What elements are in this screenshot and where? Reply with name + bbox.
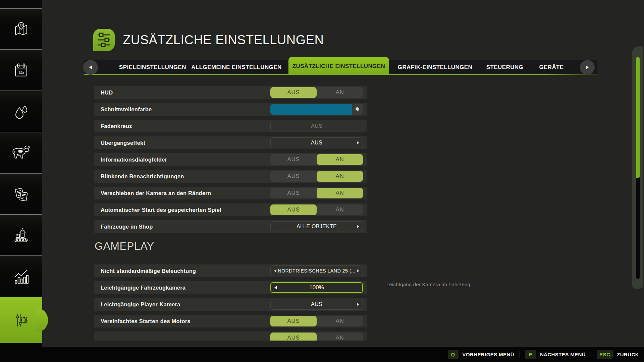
toggle-option-aus[interactable]: AUS [270,316,317,326]
setting-label: Fadenkreuz [101,120,132,132]
setting-label: Vereinfachtes Starten des Motors [101,315,191,327]
arrow-right-icon [586,65,589,69]
sidebar-item-map[interactable] [0,8,42,49]
key-hint-label: VORHERIGES MENÜ [463,352,514,357]
toggle-verschieben-der-kamera-an-den-rändern[interactable]: AUSAN [270,188,363,198]
toggle-option-aus[interactable]: AUS [270,204,317,215]
toggle-option-aus[interactable]: AUS [270,188,317,198]
prev-option-icon [274,269,276,273]
toggle-informationsdialogfelder[interactable]: AUSAN [270,154,363,165]
sidebar-item-weather[interactable] [0,90,42,132]
scrollbar [632,46,643,289]
setting-label: Leichtgängige Fahrzeugkamera [101,281,185,294]
sidebar-item-contracts[interactable] [0,173,42,214]
toggle-option-an[interactable]: AN [317,204,363,215]
key-hint-e[interactable]: ENÄCHSTES MENÜ [525,350,586,359]
setting-label: Übergangseffekt [101,136,145,149]
setting-row: Automatischer Start des gespeicherten Sp… [94,203,367,216]
sidebar-item-calendar[interactable]: 15 [0,49,42,90]
option-value: AUS [311,123,322,129]
footer-keybar: QVORHERIGES MENÜENÄCHSTES MENÜESCZURÜCK [0,347,644,362]
toggle-automatischer-start-des-gespeicherten-spiel[interactable]: AUSAN [270,204,363,215]
map-icon [12,20,30,38]
tab-grafik-einstellungen[interactable]: GRAFIK-EINSTELLUNGEN [398,60,472,75]
setting-label: Informationsdialogfelder [101,153,167,166]
finance-chart-icon [12,267,30,286]
paint-icon [355,106,361,112]
toggle-blinkende-benachrichtigungen[interactable]: AUSAN [270,171,363,182]
toggle-option-aus[interactable]: AUS [270,171,317,182]
slider-value: 100% [309,284,324,291]
sidebar-item-production[interactable] [0,214,42,255]
disabled-option-button: AUS [270,121,363,131]
setting-row: Fahrzeuge im ShopALLE OBJEKTE [94,220,367,233]
interface-color-swatch[interactable] [270,104,352,115]
next-option-icon [357,141,359,144]
svg-text:15: 15 [18,69,24,75]
color-picker-button[interactable] [352,104,363,115]
setting-label: HUD [101,86,113,99]
sidebar-item-finances[interactable] [0,255,42,297]
sidebar-item-settings[interactable] [0,297,42,343]
key-hint-label: ZURÜCK [617,352,639,357]
page-icon-sliders [93,29,115,51]
toggle-hud[interactable]: AUSAN [270,87,363,98]
tabs-prev-button[interactable] [83,60,98,75]
setting-row: Vereinfachtes Starten des MotorsAUSAN [94,315,367,327]
key-hint-q[interactable]: QVORHERIGES MENÜ [448,350,514,359]
sidebar-item-animals[interactable] [0,132,42,173]
setting-row: HUDAUSAN [94,86,367,99]
page-title: ZUSÄTZLICHE EINSTELLUNGEN [123,33,324,47]
toggle-option-aus[interactable]: AUS [270,87,317,98]
toggle-option-an[interactable]: AN [317,154,363,165]
key-badge: ESC [597,350,613,359]
toggle-option-an[interactable]: AN [317,171,363,182]
toggle-option-aus[interactable]: AUS [270,154,317,165]
select-übergangseffekt[interactable]: AUS [270,137,363,148]
setting-row: ÜbergangseffektAUS [94,136,367,149]
toggle-option-an[interactable]: AN [317,87,363,98]
slider-leichtgängige-fahrzeugkamera[interactable]: 100% [270,282,363,293]
tab-steuerung[interactable]: STEUERUNG [486,60,523,75]
setting-label: Verschieben der Kamera an den Rändern [101,187,211,199]
settings-list: HUDAUSANSchnittstellenfarbeFadenkreuzAUS… [94,86,367,341]
production-icon [12,226,30,244]
setting-row: Schnittstellenfarbe [94,103,367,116]
setting-label: Schnittstellenfarbe [101,103,152,116]
toggle-option-aus[interactable]: AUS [270,333,317,341]
tab-underline [84,74,597,75]
setting-label: Blinkende Benachrichtigungen [101,170,184,183]
toggle-vereinfachtes-starten-des-motors[interactable]: AUSAN [270,316,363,326]
key-hint-esc[interactable]: ESCZURÜCK [597,350,639,359]
toggle-option-an[interactable]: AN [317,333,363,341]
option-value: AUS [311,140,322,146]
tabs-next-button[interactable] [580,60,595,75]
calendar-icon: 15 [12,61,30,79]
option-value: AUS [311,301,322,307]
hint-separator [591,351,591,358]
setting-row: Nicht standardmäßige BeleuchtungNORDFRIE… [94,264,367,277]
setting-description: Leichtgang der Kamera im Fahrzeug. [386,282,472,287]
tab-zusätzliche-einstellungen[interactable]: ZUSÄTZLICHE EINSTELLUNGEN [288,57,389,75]
option-value: NORDFRIESISCHES LAND 25 (... [278,268,356,274]
scrollbar-thumb[interactable] [636,57,640,178]
setting-label: Fahrzeuge im Shop [101,220,153,233]
setting-label: Nicht standardmäßige Beleuchtung [101,264,196,277]
toggle-option-an[interactable]: AN [317,316,363,326]
next-option-icon [357,303,359,306]
toggle-option-an[interactable]: AN [317,188,363,198]
toggle-setting[interactable]: AUSAN [270,333,363,341]
select-leichtgängige-player-kamera[interactable]: AUS [270,299,363,310]
tab-geräte[interactable]: GERÄTE [539,60,564,75]
tab-bar: SPIELEINSTELLUNGENALLGEMEINE EINSTELLUNG… [84,57,597,75]
decrease-value-icon [274,286,277,289]
contracts-icon [12,185,30,203]
key-badge: E [525,350,536,359]
active-item-arrow-icon [49,318,52,322]
arrow-left-icon [89,65,92,69]
tab-allgemeine-einstellungen[interactable]: ALLGEMEINE EINSTELLUNGEN [191,60,281,75]
next-option-icon [357,269,359,273]
tab-spieleinstellungen[interactable]: SPIELEINSTELLUNGEN [119,60,186,75]
select-fahrzeuge-im-shop[interactable]: ALLE OBJEKTE [270,221,363,232]
select-nicht-standardmä-ige-beleuchtung[interactable]: NORDFRIESISCHES LAND 25 (... [270,265,363,276]
